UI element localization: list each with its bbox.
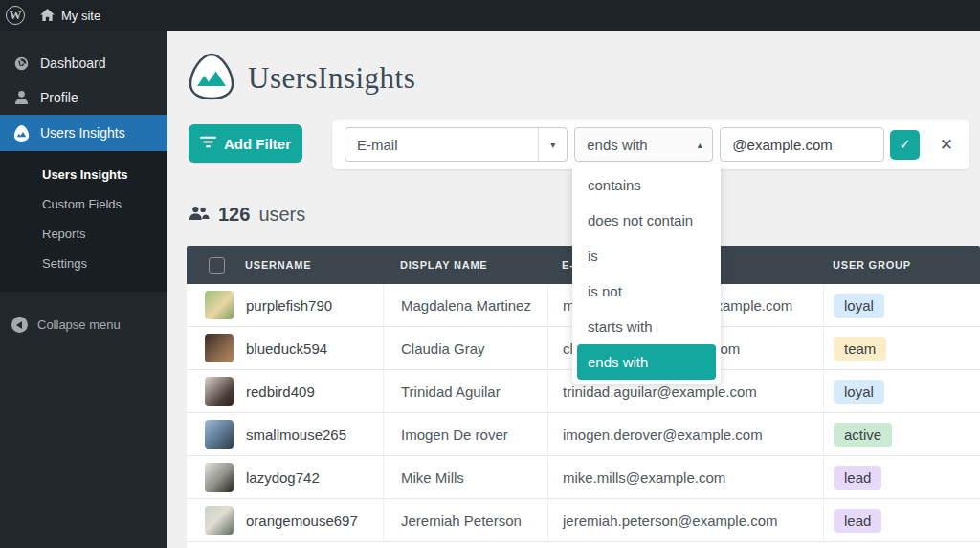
column-header-display-name[interactable]: DISPLAY NAME <box>383 259 547 271</box>
admin-topbar: W My site <box>0 0 980 31</box>
wordpress-logo-icon[interactable]: W <box>0 0 31 31</box>
email-cell: imogen.derover@example.com <box>547 413 823 455</box>
operator-dropdown-menu: contains does not contain is is not star… <box>572 164 721 384</box>
submenu-item-custom-fields[interactable]: Custom Fields <box>0 189 167 219</box>
avatar <box>205 334 234 362</box>
collapse-menu-button[interactable]: Collapse menu <box>0 309 167 340</box>
filter-operator-select[interactable]: ends with ▴ <box>574 127 713 162</box>
avatar <box>205 463 234 492</box>
user-group-badge: loyal <box>834 380 884 404</box>
username-cell: lazydog742 <box>246 470 320 486</box>
avatar <box>205 291 234 319</box>
filter-icon <box>200 135 216 152</box>
filter-bar: E-mail ▾ ends with ▴ ✓ ✕ <box>332 120 969 169</box>
select-all-checkbox[interactable] <box>209 257 225 274</box>
sidebar-item-label: Dashboard <box>40 55 106 71</box>
main-content: UsersInsights Add Filter E-mail ▾ ends w… <box>167 31 980 548</box>
display-name-cell: Claudia Gray <box>383 327 547 369</box>
close-icon: ✕ <box>940 136 953 154</box>
user-group-badge: lead <box>834 509 881 533</box>
table-row[interactable]: orangemouse697 Jeremiah Peterson jeremia… <box>187 499 980 542</box>
sidebar-item-dashboard[interactable]: Dashboard <box>0 46 167 80</box>
user-group-badge: active <box>834 423 892 447</box>
username-cell: smallmouse265 <box>246 427 346 443</box>
chevron-up-icon: ▴ <box>687 140 712 150</box>
dashboard-icon <box>11 55 31 72</box>
avatar <box>205 377 234 406</box>
admin-sidebar: Dashboard Profile Users Insights Users I… <box>0 31 167 548</box>
dropdown-option-starts-with[interactable]: starts with <box>572 309 721 344</box>
person-icon <box>11 90 31 105</box>
avatar <box>205 506 234 535</box>
submenu-item-settings[interactable]: Settings <box>0 249 167 278</box>
user-group-badge: lead <box>834 466 881 490</box>
apply-filter-button[interactable]: ✓ <box>890 130 919 160</box>
submenu-item-users-insights[interactable]: Users Insights <box>0 160 167 189</box>
home-icon <box>40 9 55 22</box>
username-cell: blueduck594 <box>246 340 327 357</box>
dropdown-option-does-not-contain[interactable]: does not contain <box>572 203 721 238</box>
email-cell: jeremiah.peterson@example.com <box>547 499 823 541</box>
remove-filter-button[interactable]: ✕ <box>936 135 957 155</box>
filter-value-input[interactable] <box>720 127 884 162</box>
my-site-link[interactable]: My site <box>31 0 110 31</box>
filter-operator-value: ends with <box>575 137 687 153</box>
collapse-arrow-icon <box>11 317 28 333</box>
display-name-cell: Magdalena Martinez <box>383 284 547 326</box>
chevron-down-icon: ▾ <box>538 128 567 161</box>
display-name-cell: Jeremiah Peterson <box>383 499 547 541</box>
filter-field-value: E-mail <box>345 137 538 153</box>
dropdown-option-ends-with[interactable]: ends with <box>577 344 716 380</box>
dropdown-option-is-not[interactable]: is not <box>572 274 721 309</box>
sidebar-item-users-insights[interactable]: Users Insights <box>0 115 167 151</box>
display-name-cell: Imogen De rover <box>383 413 547 455</box>
users-insights-submenu: Users Insights Custom Fields Reports Set… <box>0 151 167 292</box>
email-cell: mike.mills@example.com <box>547 456 823 498</box>
users-group-icon <box>189 206 210 225</box>
display-name-cell: Trinidad Aguilar <box>383 370 547 412</box>
filter-field-select[interactable]: E-mail ▾ <box>345 127 568 162</box>
users-count: 126 users <box>189 204 305 226</box>
sidebar-item-label: Profile <box>40 90 78 105</box>
username-cell: orangemouse697 <box>246 513 358 529</box>
brand-title: UsersInsights <box>248 61 415 96</box>
dropdown-option-is[interactable]: is <box>572 238 721 274</box>
sidebar-item-profile[interactable]: Profile <box>0 80 167 115</box>
username-cell: purplefish790 <box>246 297 332 314</box>
add-filter-button[interactable]: Add Filter <box>189 124 302 163</box>
table-row-partial <box>187 542 980 548</box>
users-insights-logo-icon <box>11 124 31 142</box>
column-header-username[interactable]: USERNAME <box>245 259 311 271</box>
sidebar-item-label: Users Insights <box>40 125 125 141</box>
check-icon: ✓ <box>899 136 911 153</box>
users-insights-logo-mark <box>187 52 236 105</box>
display-name-cell: Mike Mills <box>383 456 547 498</box>
add-filter-label: Add Filter <box>224 136 291 152</box>
avatar <box>205 420 234 449</box>
dropdown-option-contains[interactable]: contains <box>572 167 721 203</box>
submenu-item-reports[interactable]: Reports <box>0 219 167 249</box>
brand-header: UsersInsights <box>187 52 415 105</box>
user-group-badge: team <box>834 337 886 361</box>
users-count-label: users <box>258 204 305 226</box>
site-name-label: My site <box>61 9 100 23</box>
table-row[interactable]: smallmouse265 Imogen De rover imogen.der… <box>187 413 980 456</box>
collapse-menu-label: Collapse menu <box>37 318 121 332</box>
user-group-badge: loyal <box>834 294 884 318</box>
table-row[interactable]: lazydog742 Mike Mills mike.mills@example… <box>187 456 980 499</box>
username-cell: redbird409 <box>246 384 315 400</box>
users-count-number: 126 <box>218 204 250 226</box>
column-header-user-group[interactable]: USER GROUP <box>823 259 980 271</box>
